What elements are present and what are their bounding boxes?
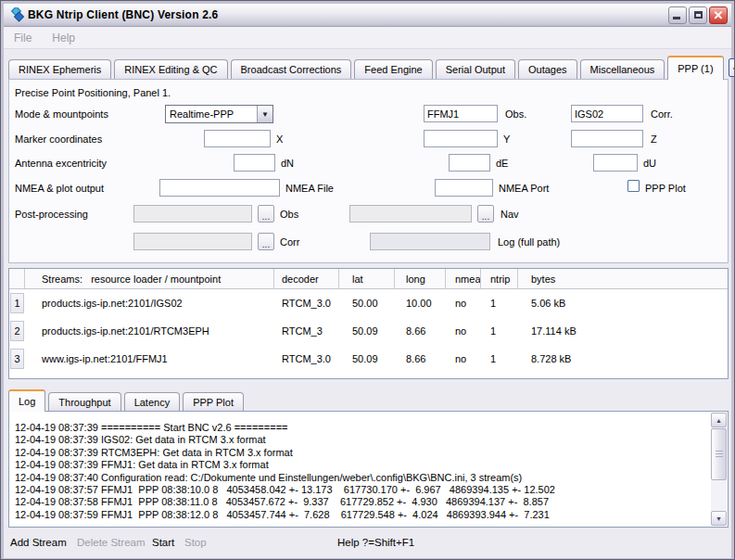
tab-scroll-left-icon[interactable]: ◀ <box>729 58 735 77</box>
title-bar[interactable]: BKG Ntrip Client (BNC) Version 2.6 ✕ <box>4 4 731 27</box>
cell-lat[interactable]: 50.09 <box>339 317 395 345</box>
cell-lat[interactable]: 50.09 <box>339 345 395 373</box>
log-line: 12-04-19 08:37:40 Configuration read: C:… <box>15 472 707 484</box>
cell-decoder[interactable]: RTCM_3.0 <box>274 345 339 373</box>
cell-nmea[interactable]: no <box>446 317 481 345</box>
log-line: 12-04-19 08:37:39 ========== Start BNC v… <box>15 422 707 434</box>
cell-decoder[interactable]: RTCM_3.0 <box>274 289 339 317</box>
antenna-excentricity-label: Antenna excentricity <box>15 158 107 169</box>
streams-table: Streams: resource loader / mountpoint de… <box>8 268 729 379</box>
stream-row-3[interactable]: 3 www.igs-ip.net:2101/FFMJ1 RTCM_3.0 50.… <box>9 345 728 373</box>
scrollbar-thumb[interactable] <box>711 428 727 480</box>
cell-long[interactable]: 8.66 <box>395 345 446 373</box>
minimize-icon <box>673 17 680 19</box>
cell-ntrip[interactable]: 1 <box>481 317 518 345</box>
post-log-label: Log (full path) <box>498 236 560 248</box>
tab-outages[interactable]: Outages <box>518 59 577 79</box>
nmea-file-input[interactable] <box>159 179 280 197</box>
stream-row-2[interactable]: 2 products.igs-ip.net:2101/RTCM3EPH RTCM… <box>9 317 728 345</box>
scroll-up-icon[interactable]: ▲ <box>711 413 727 427</box>
mode-combobox[interactable]: Realtime-PPP ▼ <box>165 105 273 123</box>
cell-ntrip[interactable]: 1 <box>481 289 518 317</box>
maximize-icon <box>694 11 703 19</box>
scroll-down-icon[interactable]: ▼ <box>711 511 727 526</box>
cell-nmea[interactable]: no <box>446 289 481 317</box>
top-tab-bar: RINEX Ephemeris RINEX Editing & QC Broad… <box>8 55 727 79</box>
post-nav-input <box>349 205 472 223</box>
log-scrollbar[interactable]: ▲ ▼ <box>711 413 727 526</box>
cell-ntrip[interactable]: 1 <box>481 345 518 373</box>
cell-bytes[interactable]: 8.728 kB <box>518 345 728 373</box>
tab-feed-engine[interactable]: Feed Engine <box>354 59 432 79</box>
panel-caption: Precise Point Positioning, Panel 1. <box>15 87 171 98</box>
row-number[interactable]: 2 <box>10 321 24 341</box>
nmea-file-label: NMEA File <box>285 183 334 194</box>
tab-serial-output[interactable]: Serial Output <box>436 59 515 79</box>
tab-ppp-plot[interactable]: PPP Plot <box>183 392 244 411</box>
cell-bytes[interactable]: 17.114 kB <box>518 317 728 345</box>
ppp-plot-label: PPP Plot <box>645 183 686 194</box>
header-bytes: bytes <box>518 269 728 288</box>
log-line: 12-04-19 08:37:59 FFMJ1 PPP 08:38:12.0 8… <box>15 509 707 521</box>
browse-corr-button[interactable]: ... <box>258 233 274 250</box>
close-button[interactable]: ✕ <box>709 6 728 24</box>
delete-stream-button[interactable]: Delete Stream <box>77 537 146 548</box>
tab-latency[interactable]: Latency <box>124 392 181 411</box>
post-log-input <box>370 233 490 250</box>
cell-mountpoint[interactable]: products.igs-ip.net:2101/RTCM3EPH <box>25 317 274 345</box>
cell-lat[interactable]: 50.00 <box>339 289 395 317</box>
cell-nmea[interactable]: no <box>446 345 481 373</box>
log-output: 12-04-19 08:37:39 ========== Start BNC v… <box>15 422 707 525</box>
cell-mountpoint[interactable]: products.igs-ip.net:2101/IGS02 <box>25 289 274 317</box>
marker-y-input[interactable] <box>424 130 498 147</box>
stop-button[interactable]: Stop <box>184 537 207 548</box>
chevron-down-icon[interactable]: ▼ <box>257 106 272 122</box>
y-label: Y <box>503 134 510 145</box>
maximize-button[interactable] <box>689 6 707 24</box>
cell-mountpoint[interactable]: www.igs-ip.net:2101/FFMJ1 <box>25 345 274 373</box>
header-decoder: decoder <box>274 269 339 288</box>
cell-decoder[interactable]: RTCM_3 <box>274 317 339 345</box>
add-stream-button[interactable]: Add Stream <box>10 537 67 548</box>
bottom-tab-bar: Log Throughput Latency PPP Plot <box>8 388 727 411</box>
menu-file[interactable]: File <box>14 32 32 45</box>
log-line: 12-04-19 08:37:39 IGS02: Get data in RTC… <box>15 434 707 446</box>
log-line: 12-04-19 08:37:39 RTCM3EPH: Get data in … <box>15 447 707 459</box>
obs-mountpoint-input[interactable] <box>424 105 498 122</box>
cell-long[interactable]: 8.66 <box>395 317 446 345</box>
tab-rinex-ephemeris[interactable]: RINEX Ephemeris <box>8 59 111 79</box>
browse-nav-button[interactable]: ... <box>477 205 494 223</box>
help-shortcut-label: Help ?=Shift+F1 <box>337 537 414 548</box>
antenna-du-input[interactable] <box>593 154 638 172</box>
log-line: 12-04-19 08:37:57 FFMJ1 PPP 08:38:10.0 8… <box>15 484 707 496</box>
header-corner-cell <box>9 269 25 288</box>
corr-label: Corr. <box>651 108 673 120</box>
tab-ppp-1[interactable]: PPP (1) <box>667 56 723 80</box>
tab-log[interactable]: Log <box>8 389 45 412</box>
tab-scroll-buttons: ◀ ▶ <box>729 58 735 77</box>
stream-row-1[interactable]: 1 products.igs-ip.net:2101/IGS02 RTCM_3.… <box>9 289 728 317</box>
tab-throughput[interactable]: Throughput <box>48 392 120 411</box>
antenna-dn-input[interactable] <box>234 154 275 172</box>
start-button[interactable]: Start <box>152 537 174 548</box>
cell-bytes[interactable]: 5.06 kB <box>518 289 728 317</box>
tab-broadcast-corrections[interactable]: Broadcast Corrections <box>231 59 352 79</box>
marker-x-input[interactable] <box>204 130 271 147</box>
marker-z-input[interactable] <box>571 130 643 147</box>
nmea-port-label: NMEA Port <box>499 183 549 194</box>
obs-label: Obs. <box>505 108 526 120</box>
header-nmea: nmea <box>446 269 481 288</box>
cell-long[interactable]: 10.00 <box>395 289 446 317</box>
tab-miscellaneous[interactable]: Miscellaneous <box>580 59 665 79</box>
nmea-port-input[interactable] <box>435 179 493 197</box>
antenna-de-input[interactable] <box>449 154 490 172</box>
tab-rinex-editing-qc[interactable]: RINEX Editing & QC <box>114 59 227 79</box>
browse-obs-button[interactable]: ... <box>258 205 274 223</box>
row-number[interactable]: 1 <box>10 293 24 313</box>
post-nav-label: Nav <box>501 209 519 220</box>
menu-help[interactable]: Help <box>52 32 75 45</box>
corr-mountpoint-input[interactable] <box>571 105 643 122</box>
row-number[interactable]: 3 <box>10 349 24 369</box>
minimize-button[interactable] <box>668 6 687 24</box>
ppp-plot-checkbox[interactable] <box>627 180 640 192</box>
